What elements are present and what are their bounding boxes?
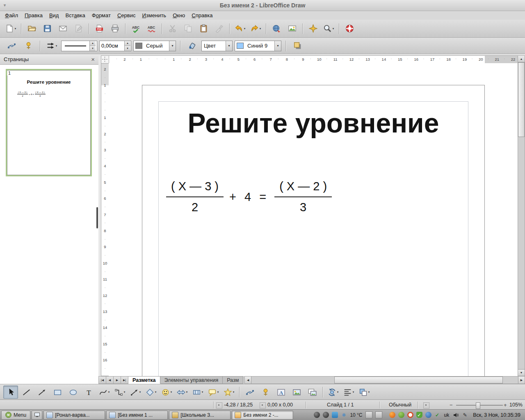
- zoom-icon[interactable]: ▾: [321, 22, 336, 35]
- tab-Разметка[interactable]: Разметка: [128, 376, 160, 384]
- menu-Формат[interactable]: Формат: [89, 11, 114, 19]
- scroll-left-icon[interactable]: ◀: [245, 377, 251, 383]
- line-width-stepper[interactable]: ▲▼: [99, 41, 131, 51]
- tab-Элементы управления[interactable]: Элементы управления: [160, 376, 223, 384]
- scroll-down-icon[interactable]: ▼: [518, 369, 525, 376]
- arrange-icon[interactable]: ▾: [357, 386, 372, 399]
- app-ring-icon[interactable]: [407, 412, 413, 418]
- basic-shapes-icon[interactable]: ▾: [144, 386, 158, 399]
- line-icon[interactable]: [19, 386, 34, 399]
- clock[interactable]: Вск, 3 Ноя, 10:35:39: [471, 412, 524, 418]
- navigator-icon[interactable]: [306, 22, 320, 35]
- save-icon[interactable]: [40, 22, 55, 35]
- insert-image-icon[interactable]: [289, 386, 304, 399]
- vertical-scroll-thumb[interactable]: [518, 62, 525, 137]
- lines-arrows-icon[interactable]: ▾: [128, 386, 143, 399]
- ellipse-icon[interactable]: [66, 386, 80, 399]
- taskbar-window-writer[interactable]: [Ронал-варва...: [43, 411, 105, 420]
- taskbar-window-draw[interactable]: Без имени 2 -...: [232, 411, 293, 420]
- volume-icon[interactable]: [453, 412, 459, 418]
- vertical-scrollbar[interactable]: ▲ ▼: [518, 55, 525, 376]
- menu-Вставка[interactable]: Вставка: [62, 11, 88, 19]
- menu-Окно[interactable]: Окно: [169, 11, 188, 19]
- update-manager-icon[interactable]: [398, 412, 404, 418]
- last-layer-icon[interactable]: ▶|: [121, 376, 128, 384]
- keyboard-layout[interactable]: uk: [443, 412, 450, 418]
- edit-points-icon[interactable]: [242, 386, 257, 399]
- line-style-select[interactable]: ▲▼: [61, 41, 97, 51]
- zoom-percent[interactable]: 105%: [508, 400, 523, 410]
- show-desktop-icon[interactable]: [32, 411, 42, 420]
- screens-icon[interactable]: [323, 412, 329, 418]
- block-arrows-icon[interactable]: ▾: [175, 386, 189, 399]
- edit-points-icon[interactable]: [4, 39, 19, 52]
- arr ow-style-icon[interactable]: ▾: [44, 39, 59, 52]
- close-icon[interactable]: ×: [91, 56, 95, 62]
- equation[interactable]: ( X — 3 ) 2 + 4 = ( X — 2 ) 3: [166, 180, 332, 214]
- browser-icon[interactable]: [389, 412, 395, 418]
- line-style-spinner[interactable]: ▲▼: [89, 41, 96, 51]
- area-style-icon[interactable]: [185, 39, 199, 52]
- export-pdf-icon[interactable]: PDF: [92, 22, 107, 35]
- text-icon[interactable]: T: [81, 386, 96, 399]
- menu-Вид[interactable]: Вид: [46, 11, 62, 19]
- select-icon[interactable]: [3, 386, 18, 399]
- tab-Разм[interactable]: Разм: [223, 376, 243, 384]
- line-color-select[interactable]: Серый ▾: [133, 41, 176, 51]
- horizontal-scroll-thumb[interactable]: [334, 377, 503, 383]
- view-mode[interactable]: Обычный: [389, 400, 411, 410]
- fontwork-icon[interactable]: A: [274, 386, 288, 399]
- applet-icon[interactable]: [365, 411, 372, 418]
- titlebar[interactable]: ▾ Без имени 2 - LibreOffice Draw: [0, 0, 525, 11]
- drawing-viewport[interactable]: Решите уровнение ( X — 3 ) 2 + 4 = ( X —…: [109, 63, 518, 376]
- connector-icon[interactable]: ▾: [112, 386, 127, 399]
- curve-icon[interactable]: ▾: [97, 386, 112, 399]
- updates-ok-icon[interactable]: ✓: [434, 412, 441, 418]
- page-thumbnail[interactable]: 1 Решите уровнение ( X — 3 )2 + 4 = ( X …: [6, 69, 92, 176]
- menu-Справка[interactable]: Справка: [188, 11, 216, 19]
- scroll-right-icon[interactable]: ▶: [518, 377, 525, 383]
- align-icon[interactable]: ▾: [341, 386, 356, 399]
- dropdown-arrow-icon[interactable]: ▾: [226, 41, 232, 51]
- menu-button[interactable]: M Menu: [1, 411, 30, 420]
- undo-icon[interactable]: ▾: [233, 22, 247, 35]
- zoom-out-icon[interactable]: −: [450, 400, 453, 410]
- open-icon[interactable]: [24, 22, 39, 35]
- first-layer-icon[interactable]: |◀: [98, 376, 106, 384]
- fit-slide-icon[interactable]: [423, 402, 429, 409]
- menu-Сервис[interactable]: Сервис: [114, 11, 139, 19]
- glue-points-icon[interactable]: [258, 386, 273, 399]
- rotate-icon[interactable]: ▾: [326, 386, 340, 399]
- menu-Правка[interactable]: Правка: [21, 11, 46, 19]
- workspace-icon[interactable]: [314, 412, 320, 418]
- zoom-slider-thumb[interactable]: [476, 402, 480, 409]
- gallery-images-icon[interactable]: [305, 386, 320, 399]
- stars-icon[interactable]: ▾: [221, 386, 236, 399]
- zoom-in-icon[interactable]: +: [504, 400, 507, 410]
- network-icon[interactable]: [425, 412, 431, 418]
- fill-color-select[interactable]: Синий 9 ▾: [235, 41, 281, 51]
- horizontal-ruler[interactable]: 2112345678910111213141516171819202122···…: [109, 55, 518, 64]
- email-icon[interactable]: [55, 22, 70, 35]
- menu-Файл[interactable]: Файл: [2, 11, 21, 19]
- auto-spellcheck-icon[interactable]: ABC: [144, 22, 159, 35]
- symbol-shapes-icon[interactable]: ▾: [159, 386, 174, 399]
- glue-points-icon[interactable]: [21, 39, 36, 52]
- hyperlink-icon[interactable]: [269, 22, 284, 35]
- new-document-icon[interactable]: ▾: [3, 22, 18, 35]
- help-icon[interactable]: [342, 22, 357, 35]
- window-menu-icon[interactable]: ▾: [4, 0, 6, 11]
- spelling-icon[interactable]: ABC: [128, 22, 143, 35]
- taskbar-window-writer[interactable]: [Без имени 1 ...: [106, 411, 168, 420]
- dropdown-arrow-icon[interactable]: ▾: [274, 41, 281, 51]
- gallery-icon[interactable]: [285, 22, 299, 35]
- horizontal-scrollbar[interactable]: ◀ ▶: [244, 376, 525, 384]
- chat-icon[interactable]: [332, 412, 338, 418]
- line-width-input[interactable]: [100, 43, 124, 49]
- slide-title[interactable]: Решите уровнение: [159, 107, 468, 139]
- text-frame[interactable]: Решите уровнение: [158, 101, 468, 376]
- previous-layer-icon[interactable]: ◀: [106, 376, 114, 384]
- line-arrow-icon[interactable]: [34, 386, 49, 399]
- dropdown-arrow-icon[interactable]: ▾: [169, 41, 176, 51]
- stylus-icon[interactable]: ✎: [462, 412, 468, 418]
